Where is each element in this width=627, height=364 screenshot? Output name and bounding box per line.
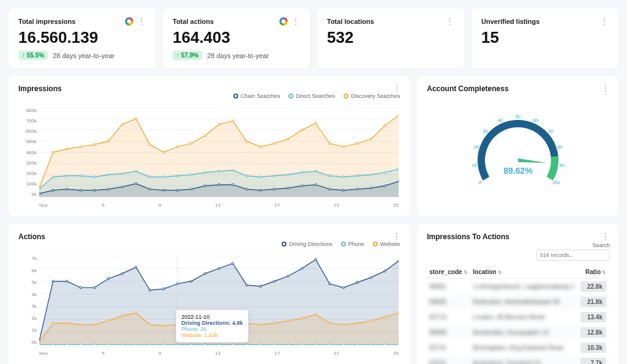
svg-point-12 <box>80 146 81 147</box>
svg-point-174 <box>384 316 386 318</box>
cell-ratio: 22.8k <box>577 279 609 295</box>
svg-point-18 <box>163 151 165 153</box>
table-row[interactable]: 02731 Birmingham, King Edwards Road 10.3… <box>427 340 609 355</box>
svg-point-81 <box>287 187 289 189</box>
svg-point-61 <box>384 171 386 173</box>
col-location[interactable]: location⇅ <box>470 266 577 279</box>
more-icon[interactable]: ⋮ <box>600 17 609 26</box>
more-icon[interactable]: ⋮ <box>291 17 300 26</box>
svg-point-67 <box>94 189 96 191</box>
svg-point-194 <box>287 344 289 345</box>
svg-point-167 <box>287 320 289 322</box>
svg-point-201 <box>384 344 386 345</box>
svg-point-128 <box>121 273 123 275</box>
svg-point-144 <box>342 286 344 288</box>
svg-point-46 <box>176 175 178 177</box>
more-icon[interactable]: ⋮ <box>392 83 401 93</box>
svg-point-172 <box>356 322 358 324</box>
svg-point-17 <box>149 144 151 146</box>
more-icon[interactable]: ⋮ <box>137 17 146 26</box>
svg-point-130 <box>149 289 151 291</box>
svg-point-187 <box>190 344 192 345</box>
svg-point-20 <box>190 143 192 144</box>
cell-location: Amersfoort, Zonnehof 13 <box>470 355 577 364</box>
table-row[interactable]: 07531 Amersfoort, Zonnehof 13 7.7k <box>427 355 609 364</box>
kpi-title: Total locations <box>327 18 374 25</box>
cell-ratio: 12.8k <box>577 325 609 340</box>
svg-point-141 <box>301 267 303 269</box>
svg-point-146 <box>370 277 372 278</box>
svg-point-184 <box>149 344 151 345</box>
more-icon[interactable]: ⋮ <box>601 231 610 241</box>
more-icon[interactable]: ⋮ <box>601 83 610 93</box>
kpi-value: 16.560.139 <box>18 28 146 47</box>
kpi-period: 28 days year-to-year <box>53 52 115 59</box>
col-ratio[interactable]: Ratio⇅ <box>577 266 609 279</box>
svg-point-151 <box>66 322 68 324</box>
svg-point-170 <box>329 322 331 324</box>
svg-point-14 <box>107 140 109 142</box>
svg-point-75 <box>204 185 206 187</box>
delta-badge: ↑ 55.5% <box>18 51 48 60</box>
svg-point-191 <box>246 344 247 345</box>
svg-point-198 <box>342 344 344 345</box>
svg-point-178 <box>66 344 68 345</box>
y-axis: 7k6k5k4k3k2k1k0k <box>18 256 37 345</box>
svg-point-136 <box>232 262 234 264</box>
y-axis: 800k700k600k500k400k300k200k100k0k <box>18 108 37 197</box>
svg-point-74 <box>190 188 192 190</box>
svg-point-29 <box>315 122 317 124</box>
svg-point-22 <box>218 124 220 125</box>
chart-plot[interactable] <box>39 108 399 197</box>
table-row[interactable]: 08948 Amsterdam, Europaplein 14 12.8k <box>427 325 609 340</box>
svg-point-62 <box>398 168 399 170</box>
kpi-title: Total actions <box>173 18 214 25</box>
svg-point-69 <box>121 186 123 188</box>
search-input[interactable] <box>536 250 610 261</box>
svg-point-88 <box>384 185 386 187</box>
svg-point-138 <box>260 285 261 287</box>
svg-text:100: 100 <box>552 180 560 185</box>
kpi-total-actions: Total actions ⋮ 164.403 ↑ 57.9% 28 days … <box>163 9 310 69</box>
sort-icon: ⇅ <box>498 270 502 275</box>
svg-text:30: 30 <box>482 128 488 134</box>
table-row[interactable]: 02713 London, 45 Bernard Street 13.4k <box>427 310 609 325</box>
svg-point-70 <box>135 182 137 184</box>
kpi-total-locations: Total locations ⋮ 532 <box>317 9 464 69</box>
svg-point-135 <box>218 267 220 269</box>
more-icon[interactable]: ⋮ <box>446 17 454 26</box>
svg-point-185 <box>163 344 165 345</box>
svg-point-43 <box>135 170 137 172</box>
svg-point-166 <box>273 322 275 324</box>
table-row[interactable]: 09605 Rotterdam, Admiraliteitskade 50 21… <box>427 294 609 310</box>
kpi-unverified-listings: Unverified listings ⋮ 15 <box>471 9 618 69</box>
table-row[interactable]: 08091 's-Hertogenbosch, Laaghemaalweg 2 … <box>427 279 609 295</box>
cell-location: Birmingham, King Edwards Road <box>470 340 577 355</box>
cell-location: London, 45 Bernard Street <box>470 310 577 325</box>
svg-point-154 <box>107 320 109 322</box>
svg-point-142 <box>315 259 317 261</box>
tooltip-date: 2022-11-10 <box>181 314 243 320</box>
svg-point-125 <box>80 286 81 288</box>
more-icon[interactable]: ⋮ <box>392 231 401 241</box>
svg-point-32 <box>356 143 358 144</box>
delta-badge: ↑ 57.9% <box>173 51 202 60</box>
kpi-period: 28 days year-to-year <box>207 52 269 59</box>
kpi-title: Unverified listings <box>481 18 539 25</box>
svg-point-143 <box>329 283 331 284</box>
col-store-code[interactable]: store_code⇅ <box>427 266 470 279</box>
svg-point-50 <box>232 169 234 171</box>
svg-point-33 <box>370 138 372 139</box>
chart-plot[interactable]: 2022-11-10 Driving Directions: 4.8k Phon… <box>39 256 399 345</box>
svg-point-80 <box>273 188 275 190</box>
svg-point-152 <box>80 324 81 325</box>
svg-point-139 <box>273 280 275 282</box>
svg-point-137 <box>246 284 247 286</box>
svg-point-79 <box>260 189 261 191</box>
svg-point-10 <box>52 151 54 153</box>
svg-point-66 <box>80 189 81 191</box>
svg-point-190 <box>232 344 234 345</box>
kpi-title: Total impressions <box>18 18 75 25</box>
svg-point-127 <box>107 278 109 280</box>
cell-location: Amsterdam, Europaplein 14 <box>470 325 577 340</box>
